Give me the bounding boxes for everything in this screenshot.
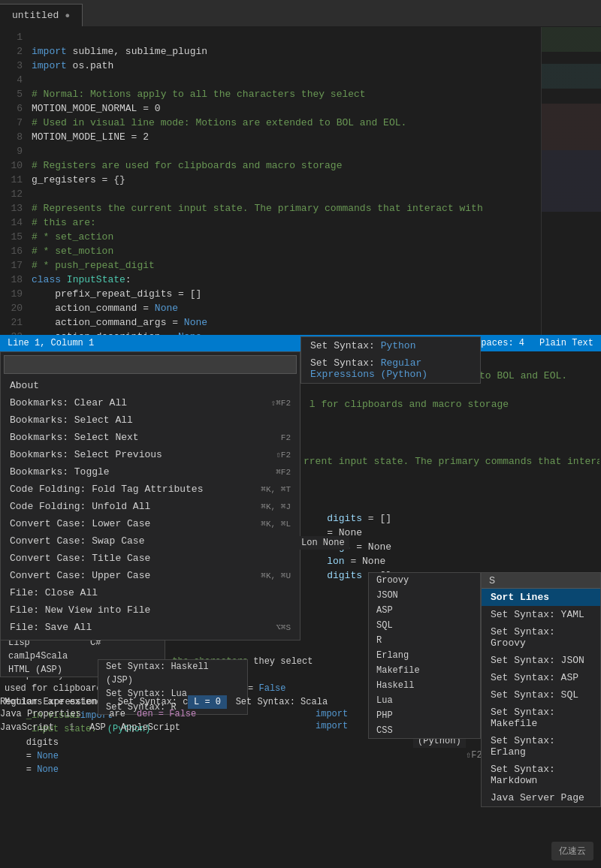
lang-sql[interactable]: SQL — [369, 618, 480, 633]
watermark: 亿速云 — [551, 842, 593, 860]
tab-title: untitled — [12, 10, 59, 21]
language-search-input[interactable] — [489, 575, 593, 586]
menu-item-label: File: Close All — [10, 587, 98, 598]
lang-asp[interactable]: ASP — [369, 603, 480, 618]
menu-item-code-unfold[interactable]: Code Folding: Unfold All ⌘K, ⌘J — [1, 498, 300, 515]
menu-item-label: About — [10, 380, 39, 391]
java-server-page-r[interactable]: Java Server Page — [482, 789, 600, 806]
import-overlay-2: import — [316, 721, 348, 731]
menu-item-title[interactable]: Convert Case: Title Case — [1, 550, 300, 567]
set-syntax-markdown-r[interactable]: Set Syntax: Markdown — [482, 761, 600, 789]
lang-lua[interactable]: Lua — [369, 693, 480, 708]
tab-close-button[interactable]: ● — [65, 11, 70, 20]
menu-item-label: Bookmarks: Clear All — [10, 397, 127, 408]
set-syntax-makefile-r[interactable]: Set Syntax: Makefile — [482, 704, 600, 732]
set-syntax-groovy-r[interactable]: Set Syntax: Groovy — [482, 623, 600, 652]
cursor-position: Line 1, Column 1 — [8, 338, 94, 348]
search-box[interactable] — [1, 352, 300, 377]
lang-haskell[interactable]: Haskell — [369, 678, 480, 693]
menu-item-label: File: New View into File — [10, 604, 150, 616]
l-equals-zero: L = 0 — [188, 695, 227, 709]
menu-item-label: Convert Case: Swap Case — [10, 535, 144, 547]
applescript-label[interactable]: AppleScript — [121, 722, 180, 733]
spaces-indicator[interactable]: Spaces: 4 — [476, 338, 524, 348]
set-syntax-python[interactable]: Set Syntax: Python — [301, 337, 480, 354]
menu-item-label: Convert Case: Title Case — [10, 553, 150, 564]
command-palette[interactable]: About Bookmarks: Clear All ⇧⌘F2 Bookmark… — [0, 351, 300, 640]
status-right: Spaces: 4 Plain Text — [476, 338, 593, 348]
bottom-text-label: Regular Expression — [0, 697, 98, 707]
js-badge: 1 — [69, 722, 74, 733]
menu-item-code-fold[interactable]: Code Folding: Fold Tag Attributes ⌘K, ⌘T — [1, 481, 300, 498]
line-numbers: 12345 678910 1112131415 1617181920 21222… — [0, 27, 29, 335]
set-syntax-asp-r[interactable]: Set Syntax: ASP — [482, 669, 600, 686]
set-syntax-yaml-r[interactable]: Set Syntax: YAML — [482, 606, 600, 623]
import-kw: import — [316, 709, 348, 719]
are-den-label: are — [109, 709, 125, 719]
menu-item-label: Convert Case: Upper Case — [10, 570, 150, 581]
menu-item-encode[interactable]: HTML: Encode Special Characters — [1, 636, 300, 640]
shortcut: ⌥⌘S — [276, 622, 291, 632]
den-false-label: den = False — [137, 709, 196, 719]
set-syntax-sql-r[interactable]: Set Syntax: SQL — [482, 686, 600, 704]
menu-item-bookmarks-toggle[interactable]: Bookmarks: Toggle ⌘F2 — [1, 463, 300, 481]
set-syntax-erlang-r[interactable]: Set Syntax: Erlang — [482, 732, 600, 761]
menu-item-label: Bookmarks: Toggle — [10, 466, 110, 478]
lang-erlang[interactable]: Erlang — [369, 648, 480, 663]
shortcut: ⌘F2 — [276, 467, 291, 477]
command-search-input[interactable] — [4, 355, 297, 374]
menu-item-new-view[interactable]: File: New View into File — [1, 601, 300, 619]
menu-item-bookmarks-prev[interactable]: Bookmarks: Select Previous ⇧F2 — [1, 446, 300, 463]
menu-item-label: File: Save All — [10, 622, 92, 633]
menu-item-label: Code Folding: Fold Tag Attributes — [10, 484, 203, 495]
lang-css[interactable]: CSS — [369, 723, 480, 738]
menu-item-save-all[interactable]: File: Save All ⌥⌘S — [1, 619, 300, 636]
menu-item-label: Convert Case: Lower Case — [10, 518, 150, 529]
menu-item-lower[interactable]: Convert Case: Lower Case ⌘K, ⌘L — [1, 515, 300, 532]
lang-makefile[interactable]: Makefile — [369, 663, 480, 678]
tab-bar: untitled ● — [0, 0, 601, 27]
shortcut: ⇧F2 — [276, 450, 291, 460]
lang-r[interactable]: R — [369, 633, 480, 648]
menu-item-label: HTML: Encode Special Characters — [10, 639, 192, 640]
lon-none-indicator: Lon None — [297, 536, 349, 550]
language-indicator[interactable]: Plain Text — [539, 338, 593, 348]
menu-item-label: Code Folding: Unfold All — [10, 501, 150, 512]
set-syntax-haskell-b[interactable]: Set Syntax: Haskell — [98, 660, 247, 674]
js-label[interactable]: JavaScript — [0, 722, 54, 733]
menu-item-label: Bookmarks: Select Next — [10, 432, 139, 443]
set-syntax-scala-inline[interactable]: Set Syntax: Scala — [236, 697, 328, 707]
shortcut: ⌘K, ⌘L — [261, 519, 291, 529]
menu-item-swap[interactable]: Convert Case: Swap Case — [1, 532, 300, 550]
import-kw-2: import — [316, 721, 348, 731]
menu-item-label: Bookmarks: Select Previous — [10, 449, 162, 460]
shortcut: ⇧⌘F2 — [271, 398, 291, 408]
menu-item-close-all[interactable]: File: Close All — [1, 584, 300, 601]
set-syntax-json-r[interactable]: Set Syntax: JSON — [482, 652, 600, 669]
syntax-panel: Set Syntax: Python Set Syntax: Regular E… — [300, 336, 481, 384]
minimap — [541, 27, 601, 335]
code-editor[interactable]: import sublime, sublime_plugin import os… — [29, 27, 541, 335]
lang-php[interactable]: PHP — [369, 708, 480, 723]
language-columns: Groovy JSON ASP SQL R Erlang Makefile Ha… — [368, 572, 481, 739]
asp-label[interactable]: ASP — [89, 722, 106, 733]
menu-item-bookmarks-clear[interactable]: Bookmarks: Clear All ⇧⌘F2 — [1, 394, 300, 411]
menu-item-upper[interactable]: Convert Case: Upper Case ⌘K, ⌘U — [1, 567, 300, 584]
editor-tab[interactable]: untitled ● — [0, 4, 83, 26]
set-syntax-regex-python[interactable]: Set Syntax: Regular Expressions (Python) — [301, 354, 480, 383]
sort-lines-item[interactable]: Sort Lines — [482, 589, 600, 606]
menu-list: About Bookmarks: Clear All ⇧⌘F2 Bookmark… — [1, 377, 300, 640]
lang-groovy[interactable]: Groovy — [369, 573, 480, 588]
editor-area: 12345 678910 1112131415 1617181920 21222… — [0, 27, 601, 335]
lang-json[interactable]: JSON — [369, 588, 480, 603]
shortcut: ⌘K, ⌘U — [261, 571, 291, 580]
menu-item-bookmarks-next[interactable]: Bookmarks: Select Next F2 — [1, 429, 300, 446]
menu-item-about[interactable]: About — [1, 377, 300, 394]
language-search-box[interactable] — [482, 573, 600, 589]
jsp-b[interactable]: (JSP) — [98, 674, 247, 687]
menu-item-bookmarks-select-all[interactable]: Bookmarks: Select All — [1, 411, 300, 429]
shortcut: ⌘K, ⌘J — [261, 502, 291, 511]
shortcut: ⌘K, ⌘T — [261, 484, 291, 494]
java-props-label[interactable]: Java Properties — [0, 709, 81, 719]
language-list-right: Sort Lines Set Syntax: YAML Set Syntax: … — [481, 572, 601, 807]
